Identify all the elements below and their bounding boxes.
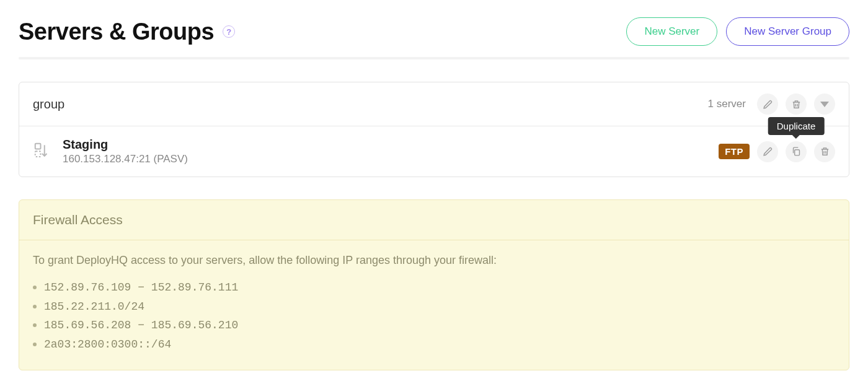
delete-group-button[interactable]: [786, 94, 807, 115]
group-header: group 1 server: [19, 82, 849, 126]
server-host: 160.153.128.47:21 (PASV): [63, 153, 188, 165]
ip-range-item: 152.89.76.109 − 152.89.76.111: [33, 278, 835, 297]
delete-server-button[interactable]: [814, 141, 835, 162]
header-actions: New Server New Server Group: [626, 17, 849, 46]
collapse-group-button[interactable]: [814, 94, 835, 115]
duplicate-tooltip: Duplicate: [768, 117, 825, 135]
ip-range-item: 185.69.56.208 − 185.69.56.210: [33, 316, 835, 335]
server-info: Staging 160.153.128.47:21 (PASV): [63, 138, 188, 165]
firewall-header: Firewall Access: [19, 200, 849, 240]
group-actions: 1 server: [708, 94, 835, 115]
duplicate-icon: [791, 146, 802, 157]
pencil-icon: [763, 146, 773, 157]
edit-group-button[interactable]: [757, 94, 778, 115]
server-left: Staging 160.153.128.47:21 (PASV): [33, 138, 188, 165]
duplicate-server-button[interactable]: Duplicate: [786, 141, 807, 162]
new-server-button[interactable]: New Server: [626, 17, 717, 46]
title-wrap: Servers & Groups ?: [19, 19, 235, 45]
svg-rect-0: [35, 143, 41, 149]
trash-icon: [820, 146, 830, 157]
server-name: Staging: [63, 138, 188, 152]
ip-range-item: 2a03:2800:0300::/64: [33, 335, 835, 354]
firewall-panel: Firewall Access To grant DeployHQ access…: [19, 199, 849, 370]
servers-panel: group 1 server: [19, 82, 849, 177]
new-server-group-button[interactable]: New Server Group: [726, 17, 849, 46]
firewall-title: Firewall Access: [33, 212, 835, 227]
firewall-intro: To grant DeployHQ access to your servers…: [33, 254, 835, 267]
firewall-body: To grant DeployHQ access to your servers…: [19, 240, 849, 370]
pencil-icon: [763, 99, 773, 110]
server-count: 1 server: [708, 98, 746, 110]
page-title: Servers & Groups: [19, 19, 214, 45]
server-type-icon: [33, 141, 51, 162]
chevron-down-icon: [820, 102, 829, 107]
help-icon[interactable]: ?: [223, 25, 235, 38]
ip-range-list: 152.89.76.109 − 152.89.76.111 185.22.211…: [33, 278, 835, 354]
edit-server-button[interactable]: [757, 141, 778, 162]
group-name: group: [33, 97, 64, 111]
protocol-badge: FTP: [719, 144, 750, 159]
svg-rect-2: [794, 150, 799, 155]
server-row: Staging 160.153.128.47:21 (PASV) FTP Dup…: [19, 126, 849, 177]
svg-rect-1: [35, 151, 41, 157]
page-header: Servers & Groups ? New Server New Server…: [19, 17, 849, 46]
server-actions: FTP Duplicate: [719, 141, 835, 162]
trash-icon: [791, 99, 802, 110]
header-divider: [19, 57, 849, 59]
ip-range-item: 185.22.211.0/24: [33, 297, 835, 317]
